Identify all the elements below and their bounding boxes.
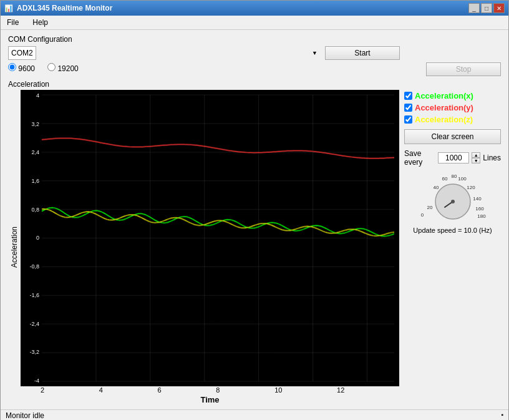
status-text: Monitor idle [6,411,44,420]
com-select-wrapper: COM2 [8,46,320,60]
save-lines-input[interactable] [438,152,469,164]
menu-bar: File Help [1,16,508,30]
chart-container: Acceleration Acceleration 4 3,2 2,4 1,6 … [8,80,399,404]
title-controls: _ □ ✕ [468,3,505,13]
title-bar-left: 📊 ADXL345 Realtime Monitor [4,4,112,12]
save-spinner-up[interactable]: ▲ [472,152,480,158]
minimize-button[interactable]: _ [468,3,480,13]
com-config-section: COM Configuration COM2 Start 9600 [8,35,501,76]
content-area: COM Configuration COM2 Start 9600 [1,30,508,409]
x-axis-ticks: 2 4 6 8 10 12 [21,386,399,394]
legend-checkbox-x[interactable] [404,92,412,100]
svg-text:80: 80 [451,173,457,179]
knob-container: 0 20 40 60 80 100 120 140 [404,172,501,222]
chart-title: Acceleration [8,80,399,89]
svg-text:40: 40 [433,185,439,190]
start-button[interactable]: Start [325,46,400,60]
chart-plot: 4 3,2 2,4 1,6 0,8 0 -0,8 -1,6 -2,4 -3,2 [21,90,399,386]
svg-text:60: 60 [442,176,447,182]
y-axis-label: Acceleration [8,90,21,404]
svg-text:0: 0 [420,212,424,218]
save-unit: Lines [483,154,501,162]
main-window: 📊 ADXL345 Realtime Monitor _ □ ✕ File He… [0,0,509,420]
svg-text:120: 120 [467,185,475,190]
menu-file[interactable]: File [3,17,22,28]
save-spinner: ▲ ▼ [472,152,480,164]
menu-help[interactable]: Help [29,17,52,28]
baud-9600-label[interactable]: 9600 [8,63,35,73]
save-spinner-down[interactable]: ▼ [472,158,480,164]
com-row: COM2 Start [8,46,501,60]
update-speed-label: Update speed = 10.0 (Hz) [404,227,501,234]
baud-row: 9600 19200 [8,63,79,76]
acceleration-chart [21,90,399,386]
stop-button[interactable]: Stop [426,62,501,76]
status-corner: ▪ [501,411,503,420]
chart-area: Acceleration 4 3,2 2,4 1,6 0,8 0 - [8,90,399,404]
chart-with-xaxis: 4 3,2 2,4 1,6 0,8 0 -0,8 -1,6 -2,4 -3,2 [21,90,399,404]
legend-label-x: Acceleration(x) [415,91,473,100]
legend-label-y: Acceleration(y) [415,103,473,112]
clear-screen-button[interactable]: Clear screen [404,129,501,144]
com-port-select[interactable]: COM2 [8,46,36,60]
status-bar: Monitor idle ▪ [1,409,508,420]
save-row: Save every ▲ ▼ Lines [404,149,501,167]
legend-item-x: Acceleration(x) [404,91,501,100]
save-label: Save every [404,149,435,167]
svg-text:100: 100 [458,176,467,182]
title-bar: 📊 ADXL345 Realtime Monitor _ □ ✕ [1,1,508,16]
window-title: ADXL345 Realtime Monitor [17,4,112,12]
baud-19200-radio[interactable] [47,63,56,71]
close-button[interactable]: ✕ [493,3,505,13]
right-panel: Acceleration(x) Acceleration(y) Accelera… [404,80,501,404]
svg-text:180: 180 [477,213,486,219]
legend-label-z: Acceleration(z) [415,115,473,124]
main-area: Acceleration Acceleration 4 3,2 2,4 1,6 … [8,80,501,404]
svg-text:140: 140 [473,196,482,202]
baud-9600-radio[interactable] [8,63,16,71]
legend: Acceleration(x) Acceleration(y) Accelera… [404,91,501,124]
svg-text:20: 20 [427,205,432,210]
speed-knob[interactable]: 0 20 40 60 80 100 120 140 [419,172,487,222]
svg-text:160: 160 [475,206,484,212]
svg-point-12 [451,200,455,203]
legend-item-z: Acceleration(z) [404,115,501,124]
com-config-label: COM Configuration [8,35,501,44]
x-axis-label: Time [21,395,399,404]
maximize-button[interactable]: □ [481,3,492,13]
legend-checkbox-y[interactable] [404,104,412,112]
baud-19200-label[interactable]: 19200 [47,63,79,73]
legend-checkbox-z[interactable] [404,115,412,124]
legend-item-y: Acceleration(y) [404,103,501,112]
